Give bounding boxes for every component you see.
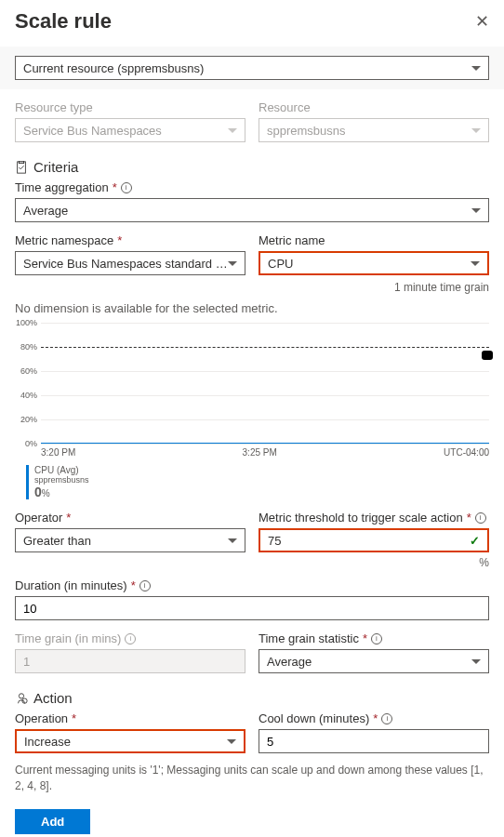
metric-name-label: Metric name <box>259 233 325 247</box>
operation-label: Operation <box>15 711 68 725</box>
info-icon[interactable]: i <box>475 512 486 524</box>
metric-chart: 100% 80% 60% 40% 20% 0% 3:20 PM 3:25 PM … <box>15 323 489 499</box>
criteria-heading: Criteria <box>33 159 78 175</box>
required-marker: * <box>66 511 71 525</box>
cooldown-input[interactable] <box>259 729 489 753</box>
time-agg-value: Average <box>23 204 68 218</box>
resource-type-select[interactable]: Service Bus Namespaces <box>15 118 245 142</box>
action-heading: Action <box>33 690 73 706</box>
info-icon[interactable]: i <box>371 633 382 644</box>
ytick: 0% <box>15 439 37 448</box>
metric-ns-value: Service Bus Namespaces standard me… <box>23 257 228 271</box>
chart-legend: CPU (Avg) sppremsbusns 0% <box>26 465 489 499</box>
threshold-unit: % <box>259 556 489 569</box>
chevron-down-icon <box>471 261 480 266</box>
required-marker: * <box>117 233 122 247</box>
operator-label: Operator <box>15 511 62 525</box>
chevron-down-icon <box>228 538 237 543</box>
resource-type-value: Service Bus Namespaces <box>23 124 162 138</box>
scope-select-value: Current resource (sppremsbusns) <box>23 61 204 75</box>
ytick: 60% <box>15 366 37 376</box>
metric-ns-select[interactable]: Service Bus Namespaces standard me… <box>15 251 245 275</box>
close-icon[interactable]: ✕ <box>475 11 489 32</box>
xtick: UTC-04:00 <box>444 447 489 458</box>
svg-point-2 <box>19 693 23 698</box>
threshold-value: 75 <box>268 534 281 548</box>
scope-select[interactable]: Current resource (sppremsbusns) <box>15 56 489 80</box>
required-marker: * <box>373 711 378 725</box>
units-footnote: Current messaging units is '1'; Messagin… <box>15 763 489 794</box>
time-grain-stat-label: Time grain statistic <box>259 631 359 645</box>
resource-select[interactable]: sppremsbusns <box>259 118 489 142</box>
chevron-down-icon <box>228 261 237 266</box>
chevron-down-icon <box>227 739 236 744</box>
chart-marker <box>482 351 493 360</box>
valid-check-icon: ✓ <box>470 534 480 548</box>
legend-metric: CPU (Avg) <box>34 465 489 475</box>
legend-resource: sppremsbusns <box>34 475 489 485</box>
resource-type-label: Resource type <box>15 100 245 114</box>
threshold-input[interactable]: 75 ✓ <box>259 528 489 552</box>
ytick: 40% <box>15 391 37 400</box>
time-grain-stat-value: Average <box>267 655 312 669</box>
xtick: 3:20 PM <box>41 447 75 458</box>
resource-value: sppremsbusns <box>267 124 346 138</box>
chevron-down-icon <box>471 128 481 133</box>
required-marker: * <box>467 511 471 525</box>
ytick: 100% <box>15 318 37 327</box>
duration-input[interactable] <box>15 596 489 620</box>
metric-ns-label: Metric namespace <box>15 233 113 247</box>
chevron-down-icon <box>471 208 481 213</box>
required-marker: * <box>131 578 136 592</box>
ytick: 20% <box>15 415 37 424</box>
required-marker: * <box>113 180 117 194</box>
metric-name-select[interactable]: CPU <box>259 251 489 275</box>
time-agg-select[interactable]: Average <box>15 198 489 222</box>
required-marker: * <box>72 711 76 725</box>
chevron-down-icon <box>471 659 481 664</box>
xtick: 3:25 PM <box>243 447 277 458</box>
threshold-label: Metric threshold to trigger scale action <box>259 511 463 525</box>
info-icon[interactable]: i <box>139 580 151 591</box>
no-dimension-text: No dimension is available for the select… <box>15 301 489 315</box>
chevron-down-icon <box>228 128 237 133</box>
metric-name-value: CPU <box>268 257 293 271</box>
operator-select[interactable]: Greater than <box>15 528 245 552</box>
operation-select[interactable]: Increase <box>15 729 245 753</box>
info-icon: i <box>125 633 136 644</box>
resource-label: Resource <box>259 100 489 114</box>
add-button[interactable]: Add <box>15 809 90 834</box>
time-grain-stat-select[interactable]: Average <box>259 649 489 673</box>
panel-title: Scale rule <box>15 9 112 33</box>
duration-label: Duration (in minutes) <box>15 578 127 592</box>
time-grain-input <box>15 649 245 673</box>
operator-value: Greater than <box>23 534 91 548</box>
info-icon[interactable]: i <box>381 713 392 724</box>
action-icon <box>15 692 28 705</box>
chevron-down-icon <box>471 66 481 71</box>
ytick: 80% <box>15 342 37 352</box>
operation-value: Increase <box>24 735 71 749</box>
info-icon[interactable]: i <box>121 182 132 193</box>
time-agg-label: Time aggregation <box>15 180 109 194</box>
legend-value: 0 <box>34 485 42 499</box>
legend-unit: % <box>42 488 50 498</box>
time-grain-note: 1 minute time grain <box>259 281 489 294</box>
cooldown-label: Cool down (minutes) <box>259 711 369 725</box>
required-marker: * <box>363 631 367 645</box>
time-grain-label: Time grain (in mins) <box>15 631 121 645</box>
criteria-icon <box>15 161 28 174</box>
